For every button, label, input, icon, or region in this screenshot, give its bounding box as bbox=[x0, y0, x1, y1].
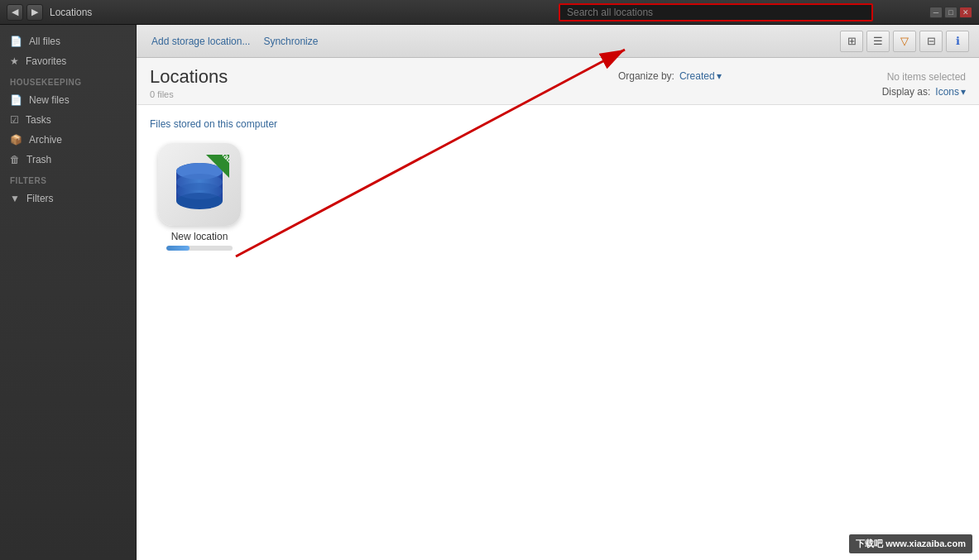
close-button[interactable]: ✕ bbox=[959, 7, 972, 18]
sidebar-section-housekeeping: HOUSEKEEPING bbox=[0, 71, 136, 90]
page-header: Locations 0 files Organize by: Created ▾ bbox=[137, 58, 979, 105]
filter-button[interactable]: ▽ bbox=[893, 31, 916, 52]
sidebar-item-trash[interactable]: 🗑 Trash bbox=[0, 150, 136, 170]
sidebar-item-newfiles[interactable]: 📄 New files bbox=[0, 90, 136, 110]
sidebar: 📄 All files ★ Favorites HOUSEKEEPING 📄 N… bbox=[0, 25, 137, 560]
sidebar-item-favorites[interactable]: ★ Favorites bbox=[0, 51, 136, 71]
toolbar: Add storage location... Synchronize ⊞ ☰ … bbox=[137, 25, 979, 58]
window-title: Locations bbox=[50, 7, 92, 18]
no-items-label: No items selected bbox=[887, 71, 966, 83]
database-icon: Default bbox=[170, 155, 229, 214]
page-file-count: 0 files bbox=[150, 89, 228, 99]
page-title: Locations bbox=[150, 66, 228, 88]
info-button[interactable]: ℹ bbox=[946, 31, 969, 52]
close-icon: ✕ bbox=[962, 8, 969, 17]
display-chevron-icon: ▾ bbox=[961, 86, 966, 98]
main-layout: 📄 All files ★ Favorites HOUSEKEEPING 📄 N… bbox=[0, 25, 979, 560]
back-button[interactable]: ◀ bbox=[7, 4, 23, 21]
organize-chevron-icon: ▾ bbox=[717, 70, 722, 82]
maximize-button[interactable]: □ bbox=[944, 7, 957, 18]
sidebar-item-tasks[interactable]: ☑ Tasks bbox=[0, 110, 136, 130]
view-list-button[interactable]: ☰ bbox=[866, 31, 890, 52]
archive-icon: 📦 bbox=[10, 134, 22, 146]
location-icon-bg: Default bbox=[158, 143, 241, 226]
tasks-icon: ☑ bbox=[10, 114, 19, 126]
sidebar-label-allfiles: All files bbox=[29, 36, 60, 47]
files-content: Files stored on this computer bbox=[137, 105, 979, 560]
display-label: Display as: bbox=[882, 86, 931, 98]
search-wrapper bbox=[98, 3, 923, 22]
search-input[interactable] bbox=[559, 3, 873, 22]
columns-button[interactable]: ⊟ bbox=[919, 31, 943, 52]
maximize-icon: □ bbox=[948, 8, 953, 17]
section-label[interactable]: Files stored on this computer bbox=[150, 118, 966, 130]
view-list-icon: ☰ bbox=[873, 35, 883, 47]
back-icon: ◀ bbox=[12, 7, 18, 17]
info-icon: ℹ bbox=[956, 35, 960, 47]
sidebar-label-tasks: Tasks bbox=[26, 114, 51, 126]
sidebar-label-filters: Filters bbox=[26, 193, 54, 204]
title-bar: ◀ ▶ Locations ─ □ ✕ bbox=[0, 0, 979, 25]
location-name: New location bbox=[171, 231, 228, 242]
minimize-button[interactable]: ─ bbox=[929, 7, 943, 18]
sidebar-item-allfiles[interactable]: 📄 All files bbox=[0, 31, 136, 51]
window-controls: ─ □ ✕ bbox=[929, 7, 972, 18]
sidebar-label-archive: Archive bbox=[29, 134, 62, 146]
add-storage-button[interactable]: Add storage location... bbox=[146, 36, 255, 47]
sidebar-section-filters: FILTERS bbox=[0, 170, 136, 189]
location-item[interactable]: Default New location bbox=[150, 140, 249, 254]
columns-icon: ⊟ bbox=[927, 35, 936, 47]
page-header-left: Locations 0 files bbox=[150, 66, 228, 99]
organize-label: Organize by: bbox=[618, 70, 674, 82]
sidebar-label-favorites: Favorites bbox=[26, 55, 66, 67]
sidebar-label-trash: Trash bbox=[26, 154, 51, 165]
sidebar-item-filters[interactable]: ▼ Filters bbox=[0, 189, 136, 208]
sidebar-item-archive[interactable]: 📦 Archive bbox=[0, 130, 136, 150]
organize-row: Organize by: Created ▾ bbox=[618, 70, 722, 82]
organize-dropdown[interactable]: Created ▾ bbox=[679, 70, 722, 82]
nav-buttons: ◀ ▶ bbox=[7, 4, 43, 21]
allfiles-icon: 📄 bbox=[10, 36, 22, 47]
organize-value: Created bbox=[679, 70, 715, 82]
minimize-icon: ─ bbox=[933, 8, 938, 17]
display-value: Icons bbox=[935, 86, 959, 98]
content-area: Add storage location... Synchronize ⊞ ☰ … bbox=[137, 25, 979, 560]
location-progress bbox=[166, 246, 233, 251]
content-wrapper: Add storage location... Synchronize ⊞ ☰ … bbox=[137, 25, 979, 560]
page-header-right: Organize by: Created ▾ No items selected… bbox=[618, 66, 966, 98]
view-split-button[interactable]: ⊞ bbox=[840, 31, 863, 52]
favorites-icon: ★ bbox=[10, 55, 19, 67]
forward-icon: ▶ bbox=[31, 7, 38, 17]
sidebar-label-newfiles: New files bbox=[29, 94, 70, 106]
location-icon-wrapper: Default bbox=[158, 143, 241, 226]
watermark: 下载吧 www.xiazaiba.com bbox=[849, 534, 972, 553]
filter-icon: ▽ bbox=[900, 35, 909, 47]
view-split-icon: ⊞ bbox=[847, 35, 857, 47]
synchronize-button[interactable]: Synchronize bbox=[258, 36, 323, 47]
forward-button[interactable]: ▶ bbox=[26, 4, 43, 21]
filters-icon: ▼ bbox=[10, 193, 20, 204]
svg-point-5 bbox=[176, 183, 223, 199]
trash-icon: 🗑 bbox=[10, 154, 20, 165]
location-progress-bar bbox=[166, 246, 190, 251]
newfiles-icon: 📄 bbox=[10, 94, 22, 106]
display-row: Display as: Icons ▾ bbox=[882, 86, 966, 98]
display-dropdown[interactable]: Icons ▾ bbox=[935, 86, 966, 98]
